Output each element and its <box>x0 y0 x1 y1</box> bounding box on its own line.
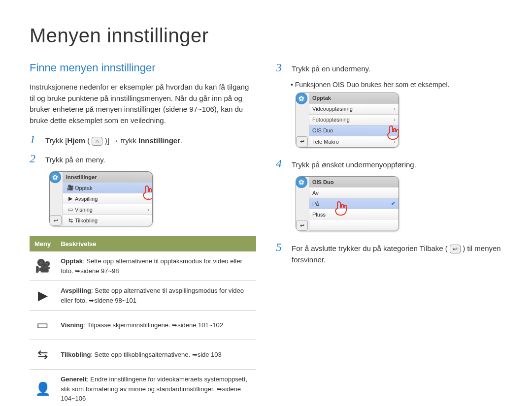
transfer-icon: ⇆ <box>66 218 75 224</box>
back-icon: ↩ <box>450 245 461 253</box>
menu-item[interactable]: Visning <box>75 207 147 213</box>
home-icon: ⌂ <box>92 137 102 146</box>
transfer-icon: ⇆ <box>30 340 56 370</box>
menu-item[interactable]: Videooppløsning <box>312 106 394 112</box>
gear-icon: ✿ <box>296 176 307 188</box>
play-icon: ▶ <box>30 281 56 311</box>
menu-item[interactable]: Tele Makro <box>312 139 394 145</box>
menu-item[interactable]: Opptak <box>75 185 147 191</box>
chevron-right-icon: › <box>394 105 396 112</box>
ui-mock-settings: ✿ Innstillinger 🎥Opptak› ▶Avspilling› ▭V… <box>49 171 153 226</box>
menu-description-table: Meny Beskrivelse 🎥Opptak: Sette opp alte… <box>30 236 256 406</box>
camcorder-icon: 🎥 <box>30 251 56 281</box>
step-number: 4 <box>276 157 286 171</box>
ui-mock-opptak: ✿ Opptak Videooppløsning› Fotooppløsning… <box>296 93 399 148</box>
step-number: 5 <box>276 241 286 265</box>
chevron-right-icon: › <box>147 185 149 191</box>
chevron-right-icon: › <box>147 195 149 202</box>
step-number: 2 <box>30 153 39 166</box>
step-3: 3 Trykk på en undermeny. <box>276 62 502 75</box>
chevron-right-icon: › <box>147 206 149 213</box>
section-heading: Finne menyen innstillinger <box>30 62 256 74</box>
page-title: Menyen innstillinger <box>30 25 502 47</box>
table-header-desc: Beskrivelse <box>56 236 256 251</box>
menu-header: Innstillinger <box>66 174 149 180</box>
table-row: ▶Avspilling: Sette opp alternativene til… <box>30 281 256 311</box>
back-icon[interactable]: ↩ <box>50 215 62 226</box>
chevron-right-icon: › <box>394 127 396 134</box>
back-icon[interactable]: ↩ <box>296 136 308 147</box>
chevron-right-icon: › <box>394 116 396 123</box>
table-row: 👤Generelt: Endre innstillingene for vide… <box>30 370 256 406</box>
table-row: 🎥Opptak: Sette opp alternativene til opp… <box>30 251 256 281</box>
step-3-note: Funksjonen OIS Duo brukes her som et eks… <box>291 81 502 89</box>
intro-text: Instruksjonene nedenfor er eksempler på … <box>30 82 256 126</box>
menu-item[interactable]: OIS Duo <box>312 127 394 133</box>
menu-item[interactable]: Tilkobling <box>75 218 149 223</box>
menu-item[interactable]: Pluss <box>312 212 396 218</box>
step-1: 1 Trykk [Hjem ( ⌂ )] → trykk Innstilling… <box>30 133 256 147</box>
table-header-menu: Meny <box>30 236 56 251</box>
camcorder-icon: 🎥 <box>66 185 75 191</box>
ui-mock-oisduo: ✿ OIS Duo Av På✔ Pluss ↩ <box>296 176 399 231</box>
menu-item[interactable]: Av <box>312 190 396 196</box>
gear-icon: ✿ <box>296 93 307 104</box>
menu-header: Opptak <box>312 95 396 101</box>
play-icon: ▶ <box>66 195 75 202</box>
back-icon[interactable]: ↩ <box>296 220 308 231</box>
step-2: 2 Trykk på en meny. <box>30 153 256 166</box>
person-icon: 👤 <box>30 370 56 406</box>
gear-icon: ✿ <box>49 171 61 183</box>
step-number: 3 <box>276 62 286 75</box>
step-number: 1 <box>30 133 39 147</box>
table-row: ⇆Tilkobling: Sette opp tilkoblingsaltern… <box>30 340 256 370</box>
menu-item[interactable]: Fotooppløsning <box>312 117 394 123</box>
menu-item[interactable]: Avspilling <box>75 196 147 202</box>
display-icon: ▭ <box>66 206 75 213</box>
display-icon: ▭ <box>30 311 56 340</box>
menu-item[interactable]: På <box>312 201 391 207</box>
table-row: ▭Visning: Tilpasse skjerminnstillingene.… <box>30 311 256 340</box>
step-5: 5 For å avslutte trykker du på kategorie… <box>276 241 502 265</box>
menu-header: OIS Duo <box>312 179 396 185</box>
check-icon: ✔ <box>391 200 396 207</box>
chevron-right-icon: › <box>394 138 396 145</box>
step-4: 4 Trykk på ønsket undermenyoppføring. <box>276 157 502 171</box>
